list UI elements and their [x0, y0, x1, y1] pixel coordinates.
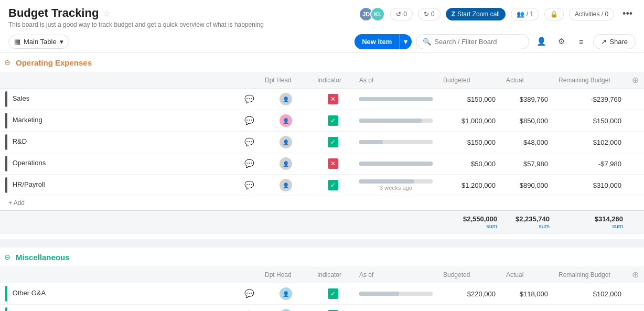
row-remaining-cell: -$7,980 [553, 153, 627, 175]
redo-icon: ↻ [424, 10, 429, 18]
row-comment-cell[interactable]: 💬 [239, 283, 260, 305]
row-comment-cell[interactable]: 💬 [239, 153, 260, 175]
lock-button[interactable]: 🔒 [544, 8, 564, 20]
toolbar: ▦ Main Table ▾ New Item ▾ 🔍 👤 ⚙ ≡ ↗ Shar… [0, 30, 644, 53]
row-remaining-cell: $730,000 [553, 305, 627, 312]
share-button[interactable]: ↗ Share [593, 34, 636, 49]
comment-icon[interactable]: 💬 [244, 137, 254, 146]
row-actual-cell: $118,000 [501, 283, 553, 305]
row-dpt-cell[interactable]: 👤 [260, 283, 312, 305]
row-add-cell [627, 153, 644, 175]
section-toggle-misc[interactable]: ⊖ [2, 252, 13, 262]
row-indicator-cell[interactable]: ✓ [312, 175, 354, 196]
col-header-add[interactable]: ⊕ [627, 72, 644, 89]
progress-bar-wrap [359, 162, 433, 166]
page-title: Budget Tracking [8, 6, 99, 20]
comment-icon[interactable]: 💬 [244, 94, 254, 103]
table-row[interactable]: Marketing 💬 👤 ✓ $1,000,000 $850,000 $150… [0, 110, 644, 132]
table-row[interactable]: Operations 💬 👤 ✕ $50,000 $57,980 -$7,980 [0, 153, 644, 175]
section-title-misc: Miscellaneous [16, 253, 70, 262]
comment-icon[interactable]: 💬 [244, 289, 254, 298]
row-comment-cell[interactable]: 💬 [239, 110, 260, 132]
row-budgeted-cell: $9,590,000 [438, 305, 501, 312]
new-item-dropdown-icon[interactable]: ▾ [399, 34, 412, 49]
row-indicator-cell[interactable]: ✓ [312, 305, 354, 312]
search-box[interactable]: 🔍 [416, 34, 529, 49]
col-header-actual: Actual [501, 72, 553, 89]
activities-button[interactable]: Activities / 0 [569, 8, 614, 20]
person-filter-button[interactable]: 👤 [533, 34, 549, 49]
section-spacer [0, 239, 644, 248]
progress-bar-wrap [359, 179, 433, 184]
progress-bar-fill [359, 162, 433, 166]
misc-col-header-indicator: Indicator [312, 266, 354, 283]
progress-bar-fill [359, 179, 414, 184]
row-asof-cell [354, 153, 438, 175]
search-input[interactable] [434, 38, 522, 46]
progress-bar-fill [359, 119, 422, 123]
misc-col-header-add[interactable]: ⊕ [627, 266, 644, 283]
summary-empty-asof [377, 210, 439, 234]
table-row[interactable]: Sales 💬 👤 ✕ $150,000 $389,760 -$239,760 [0, 89, 644, 110]
row-comment-cell[interactable]: 💬 [239, 305, 260, 312]
row-remaining-cell: $310,000 [553, 175, 627, 196]
row-indicator-cell[interactable]: ✕ [312, 153, 354, 175]
row-name: Sales [13, 94, 30, 102]
undo-icon: ↺ [396, 10, 401, 18]
row-actual-cell: $48,000 [501, 132, 553, 153]
comment-icon[interactable]: 💬 [244, 180, 254, 189]
zoom-call-button[interactable]: Z Start Zoom call [446, 8, 506, 20]
header-right: JD KL ↺ 0 ↻ 0 Z Start Zoom call 👥 / 1 🔒 … [359, 6, 636, 22]
row-actual-cell: $890,000 [501, 175, 553, 196]
row-dpt-cell[interactable]: 👤 [260, 132, 312, 153]
row-indicator-cell[interactable]: ✕ [312, 89, 354, 110]
row-dpt-cell[interactable]: 👤 [260, 305, 312, 312]
row-comment-cell[interactable]: 💬 [239, 132, 260, 153]
row-indicator-cell[interactable]: ✓ [312, 132, 354, 153]
row-actual-cell: $389,760 [501, 89, 553, 110]
new-item-button[interactable]: New Item ▾ [355, 34, 412, 49]
section-toggle-operating[interactable]: ⊖ [2, 57, 13, 68]
row-comment-cell[interactable]: 💬 [239, 175, 260, 196]
favorite-icon[interactable]: ☆ [103, 8, 110, 18]
row-dpt-cell[interactable]: 👤 [260, 153, 312, 175]
row-name-cell: Operations [0, 153, 239, 175]
table-row[interactable]: Cost of Product 💬 👤 ✓ $9,590,000 $8,860,… [0, 305, 644, 312]
comment-icon[interactable]: 💬 [244, 116, 254, 125]
section-title-operating: Operating Expenses [16, 58, 92, 67]
chevron-down-icon: ▾ [60, 38, 63, 46]
sum-label-remaining: sum [560, 223, 623, 229]
col-header-dpt: Dpt Head [260, 72, 312, 89]
users-button[interactable]: 👥 / 1 [511, 8, 539, 20]
row-dpt-cell[interactable]: 👤 [260, 110, 312, 132]
table-row[interactable]: HR/Payroll 💬 👤 ✓ 3 weeks ago $1,200,000 … [0, 175, 644, 196]
row-remaining-cell: -$239,760 [553, 89, 627, 110]
summary-actual: $2,235,740 sum [502, 210, 555, 234]
add-row-operating[interactable]: + Add [0, 196, 644, 210]
more-options-button[interactable]: ••• [619, 6, 636, 22]
row-comment-cell[interactable]: 💬 [239, 89, 260, 110]
misc-add-col-icon[interactable]: ⊕ [632, 270, 639, 279]
row-asof-text: 3 weeks ago [380, 185, 412, 191]
filter-icon: ≡ [579, 37, 584, 46]
undo-button[interactable]: ↺ 0 [390, 8, 413, 20]
main-table-button[interactable]: ▦ Main Table ▾ [8, 35, 69, 49]
table-row[interactable]: R&D 💬 👤 ✓ $150,000 $48,000 $102,000 [0, 132, 644, 153]
comment-icon[interactable]: 💬 [244, 159, 254, 168]
progress-bar-fill [359, 97, 433, 101]
new-item-label[interactable]: New Item [355, 34, 399, 49]
row-indicator-cell[interactable]: ✓ [312, 283, 354, 305]
settings-button[interactable]: ⚙ [553, 34, 569, 49]
filter-button[interactable]: ≡ [573, 34, 589, 49]
redo-button[interactable]: ↻ 0 [418, 8, 441, 20]
add-col-icon[interactable]: ⊕ [632, 76, 639, 84]
row-dpt-cell[interactable]: 👤 [260, 175, 312, 196]
table-row[interactable]: Other G&A 💬 👤 ✓ $220,000 $118,000 $102,0… [0, 283, 644, 305]
row-dpt-cell[interactable]: 👤 [260, 89, 312, 110]
lock-icon: 🔒 [550, 10, 558, 18]
redo-count: 0 [431, 10, 435, 18]
misc-col-header-name [0, 266, 239, 283]
row-budgeted-cell: $150,000 [438, 132, 501, 153]
row-indicator-cell[interactable]: ✓ [312, 110, 354, 132]
row-color-bar [5, 134, 7, 150]
